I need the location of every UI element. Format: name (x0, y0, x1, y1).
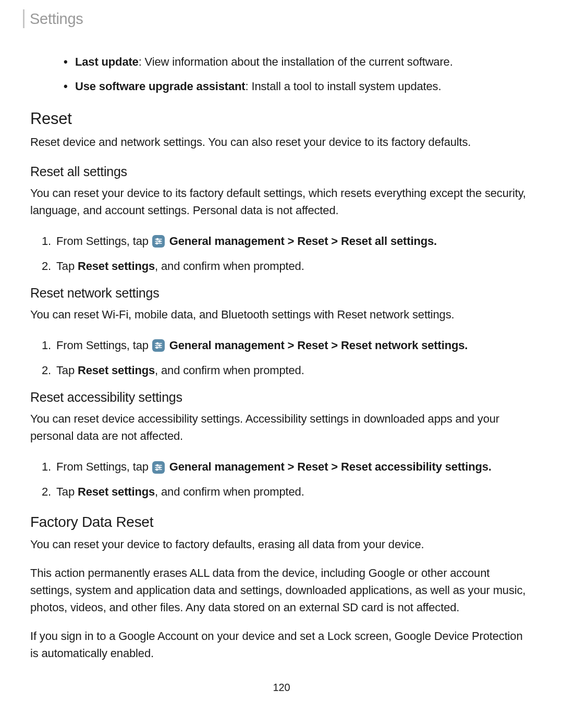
page-header: Settings (0, 0, 563, 38)
step-item: Tap Reset settings, and confirm when pro… (56, 257, 533, 275)
factory-reset-para3: If you sign in to a Google Account on yo… (30, 627, 533, 662)
step-bold: Reset settings (78, 485, 155, 498)
general-management-icon (152, 461, 165, 474)
reset-all-steps: From Settings, tap General management > … (30, 232, 533, 275)
reset-all-heading: Reset all settings (30, 164, 533, 179)
step-intro: From Settings, tap (56, 235, 152, 248)
reset-all-description: You can reset your device to its factory… (30, 184, 533, 219)
svg-point-9 (158, 345, 160, 347)
svg-point-15 (158, 466, 160, 468)
factory-reset-para1: You can reset your device to factory def… (30, 536, 533, 553)
step-bold: Reset settings (78, 364, 155, 377)
step-post: , and confirm when prompted. (155, 260, 304, 273)
list-item: Use software upgrade assistant: Install … (75, 78, 533, 95)
reset-network-steps: From Settings, tap General management > … (30, 337, 533, 379)
header-title: Settings (30, 10, 83, 28)
bullet-desc: : View information about the installatio… (139, 55, 453, 68)
bullet-term: Last update (75, 55, 139, 68)
step-path: General management > Reset > Reset acces… (169, 460, 492, 473)
reset-accessibility-steps: From Settings, tap General management > … (30, 458, 533, 501)
svg-point-3 (158, 241, 160, 242)
step-path: General management > Reset > Reset netwo… (169, 339, 468, 352)
factory-reset-heading: Factory Data Reset (30, 514, 533, 530)
page-content: Last update: View information about the … (0, 38, 563, 694)
step-item: From Settings, tap General management > … (56, 337, 533, 354)
step-pre: Tap (56, 260, 78, 273)
page-number: 120 (30, 682, 533, 694)
svg-point-7 (156, 343, 158, 344)
reset-accessibility-heading: Reset accessibility settings (30, 390, 533, 405)
top-bullet-list: Last update: View information about the … (30, 53, 533, 95)
reset-accessibility-description: You can reset device accessibility setti… (30, 410, 533, 445)
svg-point-5 (156, 243, 157, 244)
svg-point-1 (156, 239, 158, 240)
step-post: , and confirm when prompted. (155, 485, 304, 498)
factory-reset-para2: This action permanently erases ALL data … (30, 564, 533, 616)
svg-point-17 (156, 468, 157, 470)
reset-network-heading: Reset network settings (30, 286, 533, 301)
list-item: Last update: View information about the … (75, 53, 533, 70)
step-item: Tap Reset settings, and confirm when pro… (56, 362, 533, 379)
step-item: From Settings, tap General management > … (56, 458, 533, 476)
reset-heading: Reset (30, 109, 533, 128)
step-item: From Settings, tap General management > … (56, 232, 533, 250)
header-accent-bar (23, 9, 25, 28)
step-path: General management > Reset > Reset all s… (169, 235, 437, 248)
general-management-icon (152, 235, 165, 248)
step-intro: From Settings, tap (56, 339, 152, 352)
step-pre: Tap (56, 485, 78, 498)
bullet-desc: : Install a tool to install system updat… (246, 80, 442, 93)
reset-description: Reset device and network settings. You c… (30, 133, 533, 151)
svg-point-13 (156, 464, 158, 466)
step-bold: Reset settings (78, 260, 155, 273)
step-item: Tap Reset settings, and confirm when pro… (56, 483, 533, 501)
step-pre: Tap (56, 364, 78, 377)
step-intro: From Settings, tap (56, 460, 152, 473)
general-management-icon (152, 339, 165, 352)
svg-point-11 (156, 347, 157, 349)
step-post: , and confirm when prompted. (155, 364, 304, 377)
reset-network-description: You can reset Wi-Fi, mobile data, and Bl… (30, 306, 533, 323)
bullet-term: Use software upgrade assistant (75, 80, 246, 93)
